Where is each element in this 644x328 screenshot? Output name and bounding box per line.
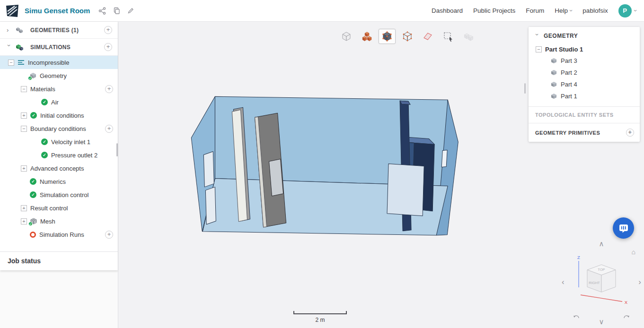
account-menu[interactable]: P ›	[618, 4, 636, 17]
expand-icon[interactable]	[21, 218, 27, 224]
show-vertices-icon[interactable]	[399, 29, 416, 44]
geometry-panel-header[interactable]: › GEOMETRY	[529, 27, 640, 44]
check-icon	[41, 138, 48, 145]
collapse-icon[interactable]	[536, 46, 542, 52]
mesh-display-icon[interactable]	[358, 29, 375, 44]
standard-views-icon[interactable]	[338, 29, 355, 44]
part-cube-icon	[551, 58, 557, 64]
rotate-down-icon[interactable]: ∨	[599, 318, 604, 325]
tree-item-result-control[interactable]: Result control	[0, 201, 118, 215]
svg-text:Z: Z	[577, 255, 580, 260]
3d-viewport: › GEOMETRY Part Studio 1 Part 3 Part 2	[118, 22, 644, 328]
check-icon	[30, 191, 36, 198]
svg-text:TOP: TOP	[598, 268, 605, 272]
simulation-sidebar: › GEOMETRIES (1) ›	[0, 22, 118, 328]
avatar[interactable]: P	[618, 4, 632, 17]
app-logo-icon[interactable]	[5, 3, 20, 18]
part-studio-row[interactable]: Part Studio 1	[529, 44, 640, 55]
tree-item-pressure-outlet-2[interactable]: Pressure outlet 2	[0, 148, 118, 162]
tree-item-numerics[interactable]: Numerics	[0, 175, 118, 188]
chevron-down-icon: ›	[568, 9, 574, 11]
tree-item-incompressible[interactable]: Incompressible	[0, 56, 118, 69]
project-title: Simu Genset Room	[25, 7, 90, 15]
part-row[interactable]: Part 1	[529, 90, 640, 102]
check-icon	[41, 99, 48, 105]
scale-bar-label: 2 m	[293, 317, 347, 323]
new-run-button[interactable]	[105, 231, 113, 239]
add-material-button[interactable]	[105, 85, 113, 93]
section-geometries[interactable]: › GEOMETRIES (1)	[0, 22, 118, 39]
viewport-toolbar	[338, 29, 477, 44]
rotate-up-icon[interactable]: ∧	[599, 240, 604, 247]
tree-item-advanced-concepts[interactable]: Advanced concepts	[0, 162, 118, 175]
mesh-check-icon	[30, 218, 37, 224]
part-cube-icon	[551, 93, 557, 99]
tree-item-boundary-conditions[interactable]: Boundary conditions	[0, 122, 118, 135]
tree-item-air[interactable]: Air	[0, 95, 118, 109]
section-simulations[interactable]: › SIMULATIONS	[0, 39, 118, 56]
tree-item-materials[interactable]: Materials	[0, 82, 118, 95]
geometry-panel: › GEOMETRY Part Studio 1 Part 3 Part 2	[529, 27, 640, 142]
clip-plane-icon[interactable]	[419, 29, 436, 44]
hidden-geometry-icon	[460, 29, 477, 44]
home-view-icon[interactable]: ⌂	[632, 249, 635, 255]
add-geometry-button[interactable]	[104, 26, 112, 34]
view-cube[interactable]: Z X TOP RIGHT	[572, 254, 631, 308]
topological-entity-sets-section[interactable]: TOPOLOGICAL ENTITY SETS	[529, 107, 640, 123]
simulation-tree: Incompressible Geometry Mater	[0, 56, 118, 251]
simulation-run-icon	[30, 232, 36, 238]
nav-username[interactable]: pablofsix	[582, 7, 608, 14]
nav-dashboard[interactable]: Dashboard	[432, 7, 463, 14]
svg-text:RIGHT: RIGHT	[589, 281, 600, 285]
expand-icon[interactable]	[21, 205, 27, 211]
svg-text:X: X	[625, 300, 628, 305]
collapse-icon[interactable]	[21, 126, 27, 132]
tree-item-simulation-runs[interactable]: Simulation Runs	[0, 228, 118, 241]
part-row[interactable]: Part 3	[529, 55, 640, 67]
app-header: Simu Genset Room Dashboard	[0, 0, 644, 22]
tree-item-geometry[interactable]: Geometry	[0, 69, 118, 82]
sidebar-scrollbar[interactable]	[116, 143, 118, 156]
tree-item-simulation-control[interactable]: Simulation control	[0, 188, 118, 201]
roll-ccw-icon[interactable]	[573, 314, 580, 321]
rotate-right-icon[interactable]: ›	[638, 278, 641, 286]
expand-icon[interactable]	[21, 112, 27, 119]
nav-help[interactable]: Help ›	[555, 7, 572, 14]
copy-icon[interactable]	[113, 7, 120, 14]
add-boundary-condition-button[interactable]	[105, 125, 113, 133]
chat-icon	[618, 223, 629, 233]
check-icon	[30, 112, 37, 119]
expand-icon[interactable]	[21, 165, 27, 172]
panel-resize-handle[interactable]	[524, 83, 526, 94]
part-cube-icon	[551, 81, 557, 87]
rotate-left-icon[interactable]: ‹	[562, 278, 565, 286]
check-icon	[41, 152, 48, 158]
tree-item-mesh[interactable]: Mesh	[0, 215, 118, 228]
navigation-cube-widget: ∧ ∨ ‹ › ⌂ Z X TO	[561, 239, 642, 327]
geometries-icon	[16, 27, 23, 34]
tree-item-velocity-inlet-1[interactable]: Velocity inlet 1	[0, 135, 118, 148]
rename-pencil-icon[interactable]	[127, 7, 134, 14]
part-row[interactable]: Part 2	[529, 67, 640, 78]
share-icon[interactable]	[98, 7, 106, 15]
box-select-icon[interactable]	[440, 29, 457, 44]
part-cube-icon	[551, 69, 557, 76]
roll-cw-icon[interactable]	[623, 314, 630, 321]
scale-bar: 2 m	[293, 311, 347, 323]
geometry-primitives-section[interactable]: GEOMETRY PRIMITIVES	[529, 123, 640, 142]
tree-item-initial-conditions[interactable]: Initial conditions	[0, 109, 118, 122]
simulations-icon	[16, 44, 23, 51]
nav-public-projects[interactable]: Public Projects	[473, 7, 515, 14]
chat-bubble-button[interactable]	[613, 217, 634, 239]
collapse-icon[interactable]	[21, 86, 27, 92]
scale-bar-line	[293, 311, 347, 314]
add-primitive-button[interactable]	[626, 129, 634, 137]
render-solid-icon[interactable]	[379, 29, 396, 44]
chevron-down-icon: ›	[6, 44, 12, 50]
app-window: Simu Genset Room Dashboard	[0, 0, 644, 328]
collapse-icon[interactable]	[8, 60, 14, 66]
nav-forum[interactable]: Forum	[526, 7, 544, 14]
part-row[interactable]: Part 4	[529, 78, 640, 90]
job-status-header[interactable]: Job status	[0, 251, 118, 270]
add-simulation-button[interactable]	[104, 43, 112, 51]
